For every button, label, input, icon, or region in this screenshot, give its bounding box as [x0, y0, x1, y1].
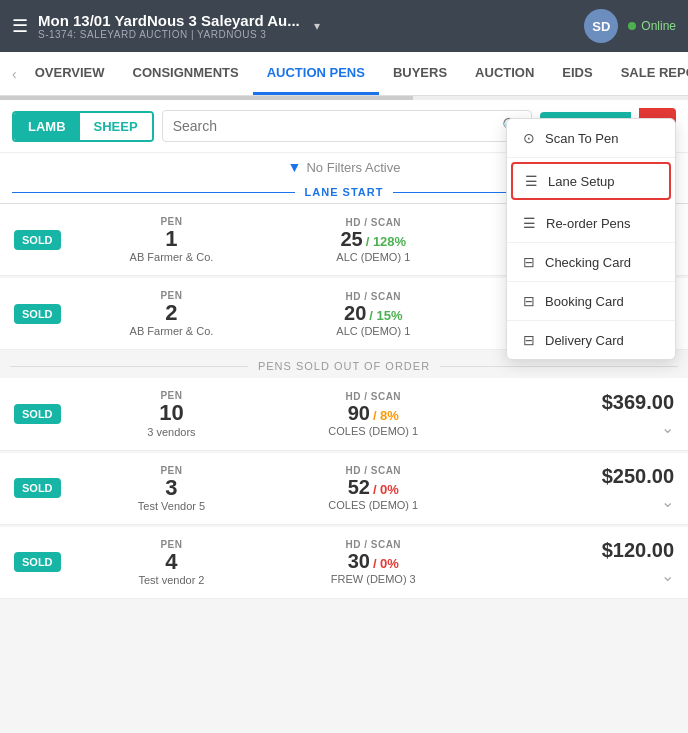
- pen-label: PEN: [160, 465, 182, 476]
- checking-card-icon: ⊟: [523, 254, 535, 270]
- search-input[interactable]: [173, 118, 497, 134]
- buyer-info: FREW (DEMO) 3: [331, 573, 416, 585]
- online-label: Online: [641, 19, 676, 33]
- nav-item-auction-pens[interactable]: AUCTION PENS: [253, 53, 379, 95]
- lane-setup-label: Lane Setup: [548, 174, 615, 189]
- pen-vendor: AB Farmer & Co.: [130, 325, 214, 337]
- sold-badge: SOLD: [14, 404, 61, 424]
- filter-icon: ▼: [288, 159, 302, 175]
- header-dropdown-arrow[interactable]: ▾: [314, 19, 320, 33]
- tab-lamb[interactable]: LAMB: [14, 113, 80, 140]
- pen-vendor: AB Farmer & Co.: [130, 251, 214, 263]
- hd-scan-label: HD / SCAN: [345, 539, 401, 550]
- dropdown-menu: ⊙ Scan To Pen ☰ Lane Setup ☰ Re-order Pe…: [506, 118, 676, 360]
- no-filters-indicator: ▼ No Filters Active: [288, 159, 401, 181]
- online-status: Online: [628, 19, 676, 33]
- hamburger-icon[interactable]: ☰: [12, 15, 28, 37]
- search-box: 🔍: [162, 110, 533, 142]
- buyer-info: ALC (DEMO) 1: [336, 251, 410, 263]
- hd-scan-label: HD / SCAN: [345, 465, 401, 476]
- delivery-card-label: Delivery Card: [545, 333, 624, 348]
- lane-setup-icon: ☰: [525, 173, 538, 189]
- tab-group: LAMB SHEEP: [12, 111, 154, 142]
- booking-card-icon: ⊟: [523, 293, 535, 309]
- scan-pct: / 0%: [373, 482, 399, 497]
- pen-number: 2: [165, 301, 177, 325]
- price: $120.00: [602, 539, 674, 562]
- nav-item-buyers[interactable]: BUYERS: [379, 53, 461, 95]
- pen-number: 10: [159, 401, 183, 425]
- hd-value: 20: [344, 302, 366, 325]
- pen-vendor: Test vendor 2: [138, 574, 204, 586]
- no-filters-label: No Filters Active: [306, 160, 400, 175]
- hd-value: 25: [340, 228, 362, 251]
- online-dot: [628, 22, 636, 30]
- booking-card-label: Booking Card: [545, 294, 624, 309]
- sold-badge: SOLD: [14, 230, 61, 250]
- dropdown-item-reorder-pens[interactable]: ☰ Re-order Pens: [507, 204, 675, 243]
- checking-card-label: Checking Card: [545, 255, 631, 270]
- hd-value: 52: [348, 476, 370, 499]
- reorder-icon: ☰: [523, 215, 536, 231]
- dropdown-item-scan-to-pen[interactable]: ⊙ Scan To Pen: [507, 119, 675, 158]
- header-title: Mon 13/01 YardNous 3 Saleyard Au...: [38, 12, 300, 29]
- dropdown-item-lane-setup[interactable]: ☰ Lane Setup: [511, 162, 671, 200]
- buyer-info: COLES (DEMO) 1: [328, 425, 418, 437]
- hd-scan-label: HD / SCAN: [345, 217, 401, 228]
- lane-start-label: LANE START: [295, 186, 394, 198]
- scan-pct: / 0%: [373, 556, 399, 571]
- pen-vendor: 3 vendors: [147, 426, 195, 438]
- sold-badge: SOLD: [14, 304, 61, 324]
- scan-pct: / 15%: [369, 308, 402, 323]
- chevron-down-icon[interactable]: ⌄: [661, 566, 674, 585]
- delivery-card-icon: ⊟: [523, 332, 535, 348]
- sold-badge: SOLD: [14, 478, 61, 498]
- top-header: ☰ Mon 13/01 YardNous 3 Saleyard Au... S-…: [0, 0, 688, 52]
- pen-number: 3: [165, 476, 177, 500]
- reorder-pens-label: Re-order Pens: [546, 216, 631, 231]
- hd-value: 30: [348, 550, 370, 573]
- pen-number: 4: [165, 550, 177, 574]
- scan-pct: / 128%: [366, 234, 406, 249]
- scan-pct: / 8%: [373, 408, 399, 423]
- chevron-down-icon[interactable]: ⌄: [661, 492, 674, 511]
- pen-row: SOLD PEN 4 Test vendor 2 HD / SCAN 30 / …: [0, 527, 688, 599]
- buyer-info: COLES (DEMO) 1: [328, 499, 418, 511]
- dropdown-item-booking-card[interactable]: ⊟ Booking Card: [507, 282, 675, 321]
- divider-label: PENS SOLD OUT OF ORDER: [258, 360, 430, 372]
- header-subtitle: S-1374: SALEYARD AUCTION | YARDNOUS 3: [38, 29, 300, 40]
- pen-row: SOLD PEN 3 Test Vendor 5 HD / SCAN 52 / …: [0, 453, 688, 525]
- dropdown-item-checking-card[interactable]: ⊟ Checking Card: [507, 243, 675, 282]
- nav-bar: ‹ OVERVIEW CONSIGNMENTS AUCTION PENS BUY…: [0, 52, 688, 96]
- pen-number: 1: [165, 227, 177, 251]
- nav-item-consignments[interactable]: CONSIGNMENTS: [119, 53, 253, 95]
- chevron-down-icon[interactable]: ⌄: [661, 418, 674, 437]
- price: $250.00: [602, 465, 674, 488]
- price: $369.00: [602, 391, 674, 414]
- scan-icon: ⊙: [523, 130, 535, 146]
- hd-scan-label: HD / SCAN: [345, 291, 401, 302]
- hd-value: 90: [348, 402, 370, 425]
- pen-vendor: Test Vendor 5: [138, 500, 205, 512]
- nav-item-auction[interactable]: AUCTION: [461, 53, 548, 95]
- scan-to-pen-label: Scan To Pen: [545, 131, 618, 146]
- avatar: SD: [584, 9, 618, 43]
- hd-scan-label: HD / SCAN: [345, 391, 401, 402]
- buyer-info: ALC (DEMO) 1: [336, 325, 410, 337]
- nav-left-arrow[interactable]: ‹: [8, 66, 21, 82]
- nav-item-sale-repo[interactable]: SALE REPO: [607, 53, 688, 95]
- sold-badge: SOLD: [14, 552, 61, 572]
- nav-item-eids[interactable]: EIDS: [548, 53, 606, 95]
- dropdown-item-delivery-card[interactable]: ⊟ Delivery Card: [507, 321, 675, 359]
- pen-row: SOLD PEN 10 3 vendors HD / SCAN 90 / 8% …: [0, 378, 688, 450]
- tab-sheep[interactable]: SHEEP: [80, 113, 152, 140]
- nav-item-overview[interactable]: OVERVIEW: [21, 53, 119, 95]
